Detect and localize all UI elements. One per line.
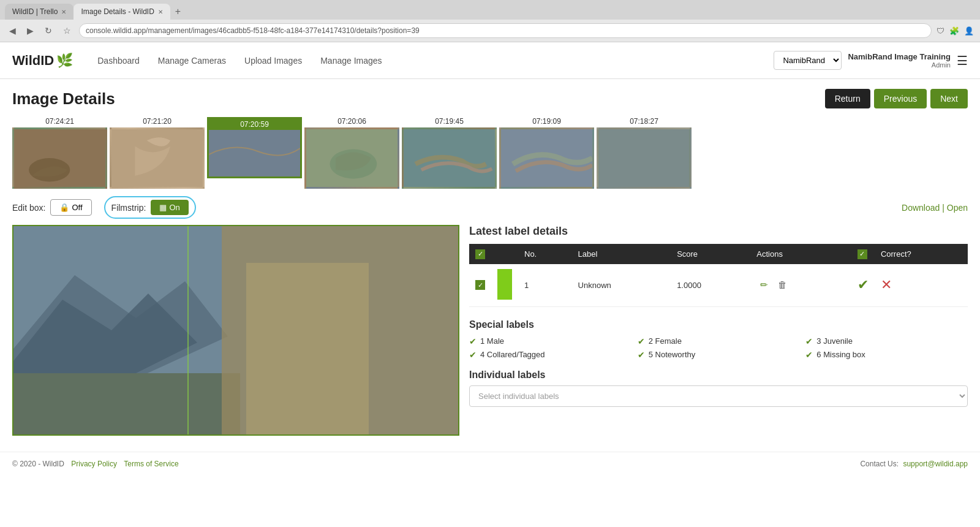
address-bar[interactable]	[79, 23, 932, 38]
filmstrip-thumbnail-1[interactable]	[110, 127, 205, 189]
row-no: 1	[518, 264, 572, 307]
svg-rect-3	[209, 130, 300, 177]
terms-of-service-link[interactable]: Terms of Service	[124, 460, 178, 468]
browser-tab-active[interactable]: Image Details - WildID ✕	[74, 4, 170, 20]
filmstrip-on-button[interactable]: ▦ On	[151, 200, 188, 215]
profile-icon: 👤	[964, 26, 974, 36]
hamburger-menu-button[interactable]: ☰	[957, 53, 968, 68]
header-checkbox[interactable]: ✓	[475, 249, 485, 259]
filmstrip-item-5[interactable]: 07:19:09	[499, 117, 594, 189]
special-label-collared-text: 4 Collared/Tagged	[480, 350, 545, 359]
special-label-male-text: 1 Male	[480, 336, 504, 346]
browser-tabs: WildID | Trello ✕ Image Details - WildID…	[0, 0, 980, 20]
return-button[interactable]: Return	[825, 89, 870, 108]
check-icon-missing-box: ✔	[805, 350, 813, 360]
correct-checkmark-button[interactable]: ✔	[858, 277, 869, 292]
previous-button[interactable]: Previous	[874, 89, 927, 108]
browser-tab-inactive[interactable]: WildID | Trello ✕	[5, 4, 74, 20]
user-org-label: NamibRand Image Training	[848, 52, 951, 61]
special-labels-section: Special labels ✔ 1 Male ✔ 2	[469, 319, 968, 360]
filmstrip-item-4[interactable]: 07:19:45	[402, 117, 497, 189]
filmstrip-thumbnail-3[interactable]	[304, 127, 399, 189]
filmstrip-item-1[interactable]: 07:21:20	[110, 117, 205, 189]
th-label: Label	[572, 244, 671, 264]
nav-manage-cameras[interactable]: Manage Cameras	[158, 56, 226, 66]
inactive-tab-label: WildID | Trello	[12, 7, 58, 16]
footer-right: Contact Us: support@wildid.app	[860, 460, 968, 468]
browser-addressbar: ◀ ▶ ↻ ☆ 🛡 🧩 👤	[0, 20, 980, 42]
new-tab-button[interactable]: +	[170, 4, 186, 20]
filmstrip-thumbnail-0[interactable]	[12, 127, 107, 189]
privacy-policy-link[interactable]: Privacy Policy	[71, 460, 117, 468]
edit-label-button[interactable]: ✏	[756, 278, 772, 292]
footer-left: © 2020 - WildID Privacy Policy Terms of …	[12, 460, 179, 468]
org-selector[interactable]: NamibRand	[774, 51, 842, 70]
check-icon-male: ✔	[469, 336, 477, 346]
footer-copyright: © 2020 - WildID	[12, 460, 64, 468]
nav-dashboard[interactable]: Dashboard	[97, 56, 140, 66]
row-checkbox[interactable]: ✓	[475, 280, 485, 290]
download-link[interactable]: Download	[902, 203, 940, 213]
labels-table: ✓ No. Label Score Actions ✓ Correct?	[469, 244, 968, 307]
active-tab-label: Image Details - WildID	[81, 7, 154, 16]
page-content: Image Details Return Previous Next 07:24…	[0, 79, 980, 445]
svg-rect-7	[501, 129, 592, 188]
on-label: On	[169, 203, 179, 212]
special-label-female-text: 2 Female	[649, 336, 682, 346]
nav-upload-images[interactable]: Upload Images	[244, 56, 302, 66]
filmstrip-time-overlay-2: 07:20:59	[209, 119, 300, 130]
special-labels-title: Special labels	[469, 319, 968, 330]
close-inactive-tab-icon[interactable]: ✕	[61, 9, 66, 15]
lock-icon: 🔒	[59, 203, 69, 212]
individual-labels-select[interactable]: Select individual labels	[469, 385, 968, 407]
back-button[interactable]: ◀	[6, 25, 19, 37]
correct-header-checkbox[interactable]: ✓	[858, 249, 867, 259]
filmstrip-thumbnail-2-active[interactable]: 07:20:59	[207, 117, 302, 178]
app-header: WildID 🌿 Dashboard Manage Cameras Upload…	[0, 42, 980, 79]
filmstrip-item-6[interactable]: 07:18:27	[597, 117, 692, 189]
special-label-noteworthy: ✔ 5 Noteworthy	[638, 350, 800, 360]
filmstrip-time-3: 07:20:06	[337, 117, 366, 126]
page-title: Image Details	[12, 89, 115, 108]
svg-rect-8	[598, 129, 690, 188]
filmstrip-item-0[interactable]: 07:24:21	[12, 117, 107, 189]
filmstrip-item-2[interactable]: 07:20:59	[207, 117, 302, 189]
contact-email-link[interactable]: support@wildid.app	[903, 460, 968, 468]
bookmark-button[interactable]: ☆	[60, 25, 74, 37]
filmstrip-control: Filmstrip: ▦ On	[104, 196, 196, 219]
special-label-juvenile: ✔ 3 Juvenile	[805, 336, 968, 346]
edit-box-off-button[interactable]: 🔒 Off	[50, 199, 91, 216]
image-background	[13, 226, 458, 434]
filmstrip-thumbnail-4[interactable]	[402, 127, 497, 189]
svg-rect-15	[246, 263, 369, 434]
filmstrip-thumbnail-6[interactable]	[597, 127, 692, 189]
open-link[interactable]: Open	[947, 203, 968, 213]
th-checkbox: ✓	[469, 244, 491, 264]
nav-manage-images[interactable]: Manage Images	[320, 56, 382, 66]
filmstrip-item-3[interactable]: 07:20:06	[304, 117, 399, 189]
row-actions: ✏ 🗑	[750, 264, 851, 307]
special-label-collared: ✔ 4 Collared/Tagged	[469, 350, 631, 360]
refresh-button[interactable]: ↻	[42, 25, 55, 37]
labels-table-header: ✓ No. Label Score Actions ✓ Correct?	[469, 244, 968, 264]
filmstrip-img-bg-2	[209, 130, 300, 177]
svg-rect-13	[13, 373, 240, 434]
next-button[interactable]: Next	[930, 89, 968, 108]
image-view	[12, 225, 459, 436]
edit-box-control: Edit box: 🔒 Off	[12, 199, 92, 216]
forward-button[interactable]: ▶	[24, 25, 37, 37]
incorrect-x-button[interactable]: ✕	[881, 277, 892, 292]
row-score: 1.0000	[671, 264, 750, 307]
header-right: NamibRand NamibRand Image Training Admin…	[774, 51, 968, 70]
close-active-tab-icon[interactable]: ✕	[158, 9, 163, 15]
filmstrip-time-1: 07:21:20	[143, 117, 172, 126]
delete-label-button[interactable]: 🗑	[774, 278, 791, 291]
check-icon-noteworthy: ✔	[638, 350, 645, 360]
special-label-noteworthy-text: 5 Noteworthy	[649, 350, 696, 359]
th-score: Score	[671, 244, 750, 264]
special-label-missing-box-text: 6 Missing box	[816, 350, 865, 359]
filmstrip-thumbnail-5[interactable]	[499, 127, 594, 189]
app-footer: © 2020 - WildID Privacy Policy Terms of …	[0, 452, 980, 476]
special-label-juvenile-text: 3 Juvenile	[816, 336, 853, 346]
th-correct-checkbox: ✓	[851, 244, 875, 264]
